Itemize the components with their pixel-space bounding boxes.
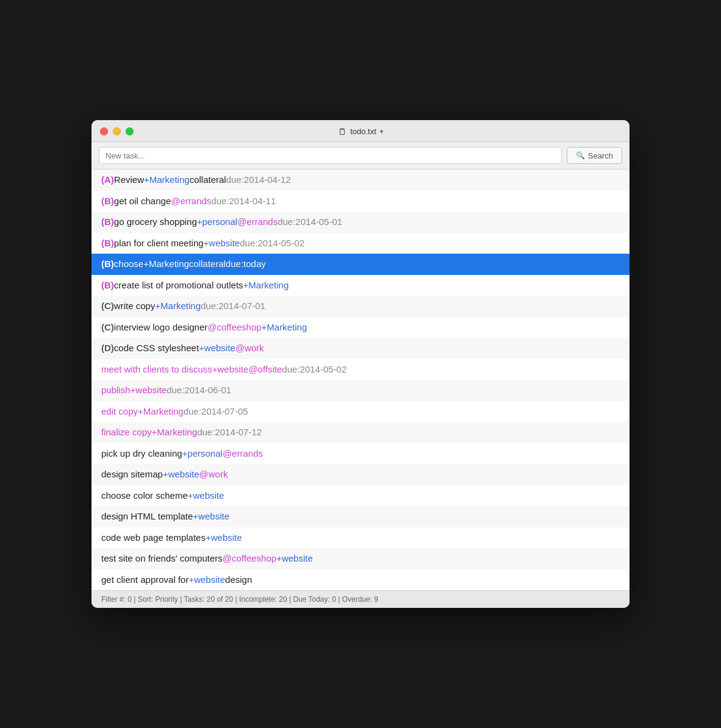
task-text: get client approval for bbox=[101, 573, 188, 587]
project-tag: +website bbox=[131, 384, 167, 398]
task-text: interview logo designer bbox=[114, 321, 207, 335]
task-text: publish bbox=[101, 384, 131, 398]
task-row[interactable]: get client approval for +website design bbox=[91, 569, 630, 591]
context-tag: @errands bbox=[223, 447, 263, 461]
task-row[interactable]: (B) get oil change @errands due:2014-04-… bbox=[91, 191, 630, 212]
task-text: collateral bbox=[189, 257, 226, 271]
task-text: code CSS stylesheet bbox=[114, 341, 199, 355]
task-text: design bbox=[225, 573, 252, 587]
context-tag: @coffeeshop bbox=[207, 321, 261, 335]
due-date: due:2014-07-05 bbox=[184, 405, 248, 419]
task-text: plan for client meeting bbox=[114, 237, 204, 251]
task-row[interactable]: finalize copy +Marketing due:2014-07-12 bbox=[91, 422, 630, 443]
task-text: collateral bbox=[190, 173, 226, 187]
task-priority: (B) bbox=[101, 257, 114, 271]
project-tag: +website bbox=[188, 573, 225, 587]
task-row[interactable]: (B) create list of promotional outlets +… bbox=[91, 275, 630, 296]
statusbar: Filter #: 0 | Sort: Priority | Tasks: 20… bbox=[91, 590, 630, 608]
new-task-input[interactable] bbox=[99, 147, 562, 164]
task-text: Review bbox=[114, 173, 144, 187]
project-tag: +website bbox=[212, 363, 249, 377]
task-priority: (B) bbox=[101, 279, 114, 293]
project-tag: +Marketing bbox=[152, 426, 198, 440]
project-tag: +Marketing bbox=[143, 257, 189, 271]
task-priority: (C) bbox=[101, 299, 114, 313]
task-row[interactable]: (B) choose +Marketing collateral due:tod… bbox=[91, 254, 630, 275]
task-row[interactable]: (C) write copy +Marketing due:2014-07-01 bbox=[91, 296, 630, 317]
search-button[interactable]: 🔍 Search bbox=[567, 147, 622, 164]
task-row[interactable]: meet with clients to discuss +website @o… bbox=[91, 359, 630, 380]
project-tag: +Marketing bbox=[155, 299, 201, 313]
project-tag: +website bbox=[276, 552, 313, 566]
file-icon: 🗒 bbox=[338, 127, 346, 137]
project-tag: +Marketing bbox=[243, 279, 289, 293]
project-tag: +website bbox=[193, 510, 229, 524]
project-tag: +website bbox=[206, 531, 242, 545]
task-row[interactable]: design HTML template +website bbox=[91, 506, 630, 527]
task-row[interactable]: pick up dry cleaning +personal @errands bbox=[91, 443, 630, 465]
due-date: due:2014-06-01 bbox=[167, 384, 231, 398]
search-label: Search bbox=[588, 151, 613, 160]
app-window: 🗒 todo.txt ▾ 🔍 Search (A) Review +Market… bbox=[91, 120, 630, 608]
due-date: due:2014-05-02 bbox=[282, 363, 346, 377]
task-row[interactable]: (C) interview logo designer @coffeeshop … bbox=[91, 317, 630, 338]
due-date: due:2014-04-12 bbox=[226, 173, 291, 187]
task-text: finalize copy bbox=[101, 426, 152, 440]
task-text: code web page templates bbox=[101, 531, 206, 545]
task-text: choose bbox=[114, 257, 143, 271]
maximize-button[interactable] bbox=[126, 127, 134, 135]
context-tag: @work bbox=[235, 341, 264, 355]
task-row[interactable]: (B) plan for client meeting +website due… bbox=[91, 233, 630, 254]
task-text: go grocery shopping bbox=[114, 215, 197, 229]
project-tag: +website bbox=[163, 468, 199, 482]
project-tag: +website bbox=[188, 489, 224, 503]
task-text: meet with clients to discuss bbox=[101, 363, 212, 377]
task-priority: (C) bbox=[101, 321, 114, 335]
task-text: edit copy bbox=[101, 405, 138, 419]
task-row[interactable]: (D) code CSS stylesheet +website @work bbox=[91, 338, 630, 359]
task-row[interactable]: design sitemap +website @work bbox=[91, 464, 630, 485]
project-tag: +website bbox=[204, 237, 240, 251]
minimize-button[interactable] bbox=[113, 127, 121, 135]
context-tag: @work bbox=[199, 468, 228, 482]
toolbar: 🔍 Search bbox=[91, 142, 630, 170]
task-priority: (B) bbox=[101, 237, 114, 251]
task-row[interactable]: test site on friends' computers @coffees… bbox=[91, 548, 630, 569]
task-priority: (D) bbox=[101, 341, 114, 355]
window-title: 🗒 todo.txt ▾ bbox=[338, 127, 383, 137]
window-title-text: todo.txt bbox=[350, 127, 376, 136]
task-priority: (B) bbox=[101, 194, 114, 209]
project-tag: +website bbox=[199, 341, 235, 355]
task-row[interactable]: publish +website due:2014-06-01 bbox=[91, 380, 630, 401]
task-text: due:today bbox=[226, 257, 266, 271]
search-icon: 🔍 bbox=[576, 151, 585, 160]
task-row[interactable]: code web page templates +website bbox=[91, 527, 630, 549]
project-tag: +personal bbox=[197, 215, 237, 229]
context-tag: @errands bbox=[237, 215, 278, 229]
traffic-lights bbox=[100, 127, 134, 135]
titlebar: 🗒 todo.txt ▾ bbox=[91, 120, 630, 142]
due-date: due:2014-05-02 bbox=[240, 237, 304, 251]
project-tag: +Marketing bbox=[144, 173, 190, 187]
task-row[interactable]: choose color scheme +website bbox=[91, 485, 630, 507]
statusbar-text: Filter #: 0 | Sort: Priority | Tasks: 20… bbox=[101, 595, 378, 604]
due-date: due:2014-05-01 bbox=[278, 215, 342, 229]
context-tag: @offsite bbox=[248, 363, 282, 377]
task-text: pick up dry cleaning bbox=[101, 447, 182, 461]
chevron-down-icon[interactable]: ▾ bbox=[380, 128, 383, 135]
due-date: due:2014-07-12 bbox=[197, 426, 262, 440]
project-tag: +Marketing bbox=[262, 321, 307, 335]
task-priority: (A) bbox=[101, 173, 114, 187]
task-row[interactable]: (A) Review +Marketing collateral due:201… bbox=[91, 170, 630, 191]
task-row[interactable]: (B) go grocery shopping +personal @erran… bbox=[91, 212, 630, 233]
task-text: design sitemap bbox=[101, 468, 163, 482]
project-tag: +personal bbox=[182, 447, 223, 461]
due-date: due:2014-07-01 bbox=[201, 299, 265, 313]
context-tag: @coffeeshop bbox=[223, 552, 276, 566]
task-list: (A) Review +Marketing collateral due:201… bbox=[91, 170, 630, 590]
task-text: test site on friends' computers bbox=[101, 552, 223, 566]
task-priority: (B) bbox=[101, 215, 114, 229]
close-button[interactable] bbox=[100, 127, 108, 135]
task-row[interactable]: edit copy +Marketing due:2014-07-05 bbox=[91, 401, 630, 423]
due-date: due:2014-04-11 bbox=[211, 194, 276, 209]
